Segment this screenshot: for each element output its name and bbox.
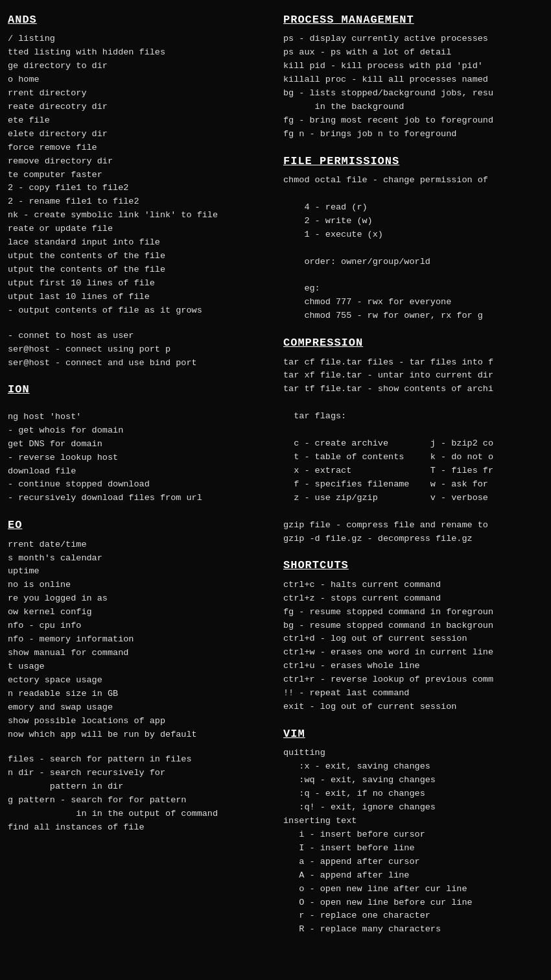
section-network: ng host 'host' - get whois for domain ge…: [8, 411, 268, 505]
section-process_management: PROCESS MANAGEMENTps - display currently…: [283, 12, 543, 141]
section-title-sysinfo: EO: [8, 517, 268, 534]
section-file_permissions: FILE PERMISSIONSchmod octal file - chang…: [283, 153, 543, 323]
left-column: ANDS/ listing tted listing with hidden f…: [0, 6, 276, 953]
section-title-commands: ANDS: [8, 12, 268, 29]
section-content-ssh: - connet to host as user ser@host - conn…: [8, 329, 268, 370]
section-compression: COMPRESSIONtar cf file.tar files - tar f…: [283, 335, 543, 545]
section-commands: ANDS/ listing tted listing with hidden f…: [8, 12, 268, 318]
section-search: files - search for pattern in files n di…: [8, 753, 268, 835]
section-content-file_permissions: chmod octal file - change permission of …: [283, 174, 543, 323]
section-content-compression: tar cf file.tar files - tar files into f…: [283, 356, 543, 546]
section-content-sysinfo: rrent date/time s month's calendar uptim…: [8, 538, 268, 742]
section-title-file_permissions: FILE PERMISSIONS: [283, 153, 543, 170]
section-content-search: files - search for pattern in files n di…: [8, 753, 268, 835]
section-ssh: - connet to host as user ser@host - conn…: [8, 329, 268, 370]
section-title-compression: COMPRESSION: [283, 335, 543, 352]
section-title-shortcuts: SHORTCUTS: [283, 557, 543, 574]
section-content-shortcuts: ctrl+c - halts current command ctrl+z - …: [283, 579, 543, 714]
section-shortcuts: SHORTCUTSctrl+c - halts current command …: [283, 557, 543, 714]
right-column: PROCESS MANAGEMENTps - display currently…: [276, 6, 551, 953]
section-content-process_management: ps - display currently active processes …: [283, 32, 543, 141]
page-container: ANDS/ listing tted listing with hidden f…: [0, 0, 551, 960]
section-content-vim: quitting :x - exit, saving changes :wq -…: [283, 747, 543, 937]
section-ion: ION: [8, 381, 268, 398]
section-vim: VIMquitting :x - exit, saving changes :w…: [283, 726, 543, 937]
section-content-network: ng host 'host' - get whois for domain ge…: [8, 411, 268, 505]
section-title-ion: ION: [8, 381, 268, 398]
section-title-vim: VIM: [283, 726, 543, 743]
section-content-commands: / listing tted listing with hidden files…: [8, 32, 268, 317]
section-sysinfo: EOrrent date/time s month's calendar upt…: [8, 517, 268, 741]
section-title-process_management: PROCESS MANAGEMENT: [283, 12, 543, 29]
